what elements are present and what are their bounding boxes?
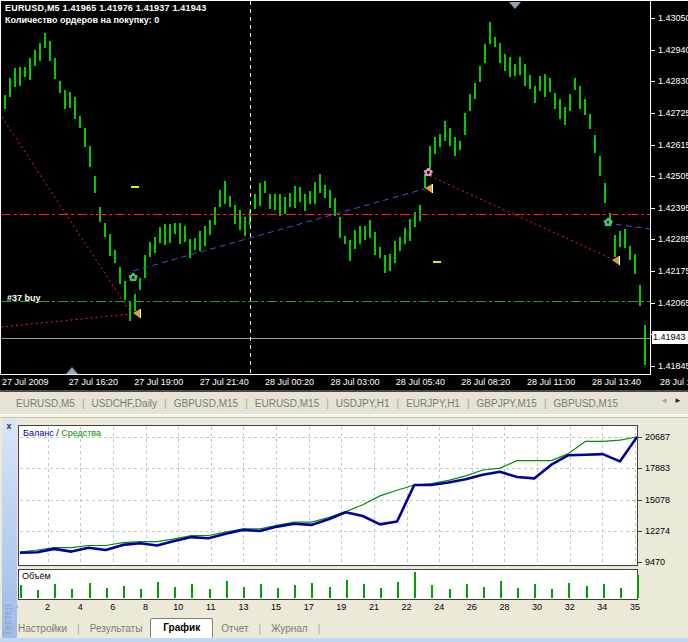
price-bar: [349, 240, 351, 261]
balance-axis-tick: [638, 437, 642, 438]
tab-separator: |: [82, 398, 85, 409]
trade-axis-label: 6: [110, 602, 115, 612]
tester-tab-журнал[interactable]: Журнал: [269, 623, 310, 634]
volume-bar: [226, 581, 228, 598]
trade-axis-label: 22: [402, 602, 412, 612]
price-bar: [604, 183, 606, 203]
metatrader-terminal: EURUSD,M5 1.41965 1.41976 1.41937 1.4194…: [0, 0, 688, 642]
chart-tab-gbpjpy-m15[interactable]: GBPJPY,M15: [477, 398, 537, 409]
price-bar: [414, 212, 416, 227]
price-bar: [619, 231, 621, 247]
price-tick: [651, 303, 655, 304]
price-chart[interactable]: EURUSD,M5 1.41965 1.41976 1.41937 1.4194…: [0, 0, 688, 390]
price-axis-label: 1.42615: [658, 140, 688, 150]
stop-level-dash: [433, 261, 441, 263]
price-bar: [249, 210, 251, 224]
close-panel-button[interactable]: x: [3, 421, 15, 433]
time-axis-label: 27 Jul 2009: [2, 377, 49, 387]
chart-tab-gbpusd-m15[interactable]: GBPUSD,M15: [174, 398, 238, 409]
price-bar: [419, 205, 421, 221]
legend-equity: Средства: [61, 428, 101, 438]
price-bar: [194, 238, 196, 249]
price-bar: [109, 234, 111, 257]
time-scale[interactable]: 27 Jul 200927 Jul 16:2027 Jul 19:0027 Ju…: [0, 376, 688, 390]
price-bar: [404, 228, 406, 244]
tester-tab-active-график[interactable]: График: [150, 618, 213, 638]
trade-axis-label: 8: [143, 602, 148, 612]
time-axis-label: 28 Jul 08:20: [461, 377, 510, 387]
price-tick: [651, 271, 655, 272]
order-left-arrow-icon: [612, 256, 620, 265]
scroll-position-marker[interactable]: [66, 367, 78, 374]
price-bar: [304, 194, 306, 212]
volume-bar: [311, 583, 313, 598]
time-axis-label: 28 Jul 05:40: [396, 377, 445, 387]
volume-bar: [363, 584, 365, 598]
price-tick: [651, 18, 655, 19]
price-bar: [169, 224, 171, 243]
tester-tab-настройки[interactable]: Настройки: [16, 623, 69, 634]
price-axis-label: 1.41845: [658, 361, 688, 371]
price-bar: [164, 224, 166, 245]
volume-bar: [449, 589, 451, 598]
volume-bar: [466, 584, 468, 598]
price-bar: [209, 220, 211, 235]
price-bar: [379, 247, 381, 258]
chart-tab-eurusd-m15[interactable]: EURUSD,M15: [255, 398, 319, 409]
trade-axis-label: 10: [173, 602, 183, 612]
volume-graph: Объём: [18, 569, 638, 600]
price-bar: [454, 137, 456, 156]
price-bar: [569, 94, 571, 111]
price-bar: [149, 242, 151, 257]
volume-bar: [106, 588, 108, 598]
trade-axis-label: 24: [434, 602, 444, 612]
tab-separator: |: [259, 623, 262, 634]
chart-tab-usdjpy-h1[interactable]: USDJPY,H1: [336, 398, 390, 409]
scroll-tabs-left-icon[interactable]: ◄: [660, 396, 668, 405]
price-axis-label: 1.42725: [658, 108, 688, 118]
chart-tab-gbpusd-m15[interactable]: GBPUSD,M15: [554, 398, 618, 409]
price-axis-label: 1.42395: [658, 203, 688, 213]
balance-axis-label: 9470: [645, 557, 665, 567]
price-bar: [154, 237, 156, 253]
tester-tab-результаты[interactable]: Результаты: [88, 623, 145, 634]
chart-shift-marker-top[interactable]: [509, 2, 521, 9]
price-bar: [624, 229, 626, 248]
trade-axis-label: 34: [597, 602, 607, 612]
price-bar: [284, 197, 286, 214]
price-bar: [74, 97, 76, 118]
tab-separator: |: [164, 398, 167, 409]
price-bar: [444, 121, 446, 141]
volume-bar: [37, 590, 39, 598]
chart-tab-eurusd-m5[interactable]: EURUSD,M5: [16, 398, 75, 409]
price-scale[interactable]: 1.430501.429401.428301.427251.426151.425…: [651, 0, 688, 375]
tester-tab-отчет[interactable]: Отчет: [219, 623, 250, 634]
trade-axis-label: 21: [369, 602, 379, 612]
volume-bar: [191, 584, 193, 598]
price-bar: [459, 141, 461, 150]
price-bar: [139, 278, 141, 291]
chart-tab-eurjpy-h1[interactable]: EURJPY,H1: [406, 398, 460, 409]
time-axis-label: 28 Jul 00:20: [265, 377, 314, 387]
balance-axis-label: 20687: [645, 432, 670, 442]
chart-tab-usdchf-daily[interactable]: USDCHF,Daily: [92, 398, 158, 409]
balance-axis-tick: [638, 500, 642, 501]
price-bar: [214, 207, 216, 224]
order-flower-marker: ✿: [423, 167, 432, 178]
volume-bar: [603, 584, 605, 598]
price-bar: [104, 223, 106, 237]
price-tick: [651, 176, 655, 177]
balance-graph[interactable]: Баланс / Средства: [18, 425, 638, 566]
price-bar: [389, 254, 391, 271]
order-flower-marker: ✿: [128, 272, 137, 283]
scroll-tabs-right-icon[interactable]: ►: [674, 396, 682, 405]
price-bar: [144, 255, 146, 278]
price-bar: [319, 174, 321, 193]
volume-bar: [123, 586, 125, 598]
price-axis-label: 1.42940: [658, 45, 688, 55]
price-axis-label: 1.42505: [658, 171, 688, 181]
volume-bar: [20, 585, 22, 598]
volume-bar: [534, 584, 536, 598]
price-bar: [534, 86, 536, 102]
candlestick-layer: [0, 0, 650, 375]
